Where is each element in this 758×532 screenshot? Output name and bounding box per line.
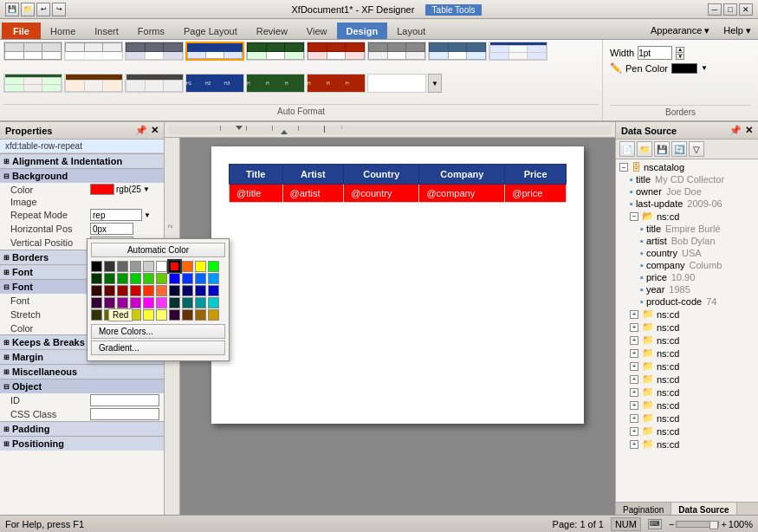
ds-save-btn[interactable]: 💾 <box>654 141 670 157</box>
color-cell-14[interactable] <box>143 273 154 284</box>
zoom-in-btn[interactable]: + <box>721 519 726 529</box>
bg-hpos-input[interactable] <box>90 223 133 235</box>
ds-node-lastupdate[interactable]: ▪ last-update 2009-06 <box>618 198 756 210</box>
tab-home[interactable]: Home <box>41 23 85 39</box>
color-cell-33[interactable] <box>130 297 141 308</box>
help-menu[interactable]: Help ▾ <box>716 23 758 39</box>
expand-cd6[interactable]: + <box>630 362 638 371</box>
color-cell-26[interactable] <box>169 285 180 296</box>
color-cell-19[interactable] <box>208 273 219 284</box>
more-colors-btn[interactable]: More Colors... <box>91 324 225 339</box>
color-cell-30[interactable] <box>91 297 102 308</box>
color-cell-18[interactable] <box>195 273 206 284</box>
color-cell-15[interactable] <box>156 273 167 284</box>
zoom-control[interactable]: − + 100% <box>669 519 753 529</box>
color-cell-20[interactable] <box>91 285 102 296</box>
close-props-icon[interactable]: ✕ <box>151 125 159 136</box>
expand-cd[interactable]: − <box>630 212 638 221</box>
expand-nscatalog[interactable]: − <box>619 163 628 172</box>
ds-node-product-code[interactable]: ▪ product-code 74 <box>618 295 756 308</box>
bg-color-dropdown[interactable]: ▼ <box>143 185 150 193</box>
toolbar-btn[interactable]: ↪ <box>52 3 66 16</box>
expand-cd5[interactable]: + <box>630 349 638 358</box>
toolbar-btn[interactable]: 💾 <box>5 3 19 16</box>
ds-open-btn[interactable]: 📁 <box>637 141 652 157</box>
window-controls[interactable]: ─ □ ✕ <box>708 3 753 16</box>
table-style-12[interactable] <box>125 74 184 93</box>
tab-design[interactable]: Design <box>337 23 388 39</box>
color-cell-25[interactable] <box>156 285 167 296</box>
toolbar-btn[interactable]: 📁 <box>21 3 35 16</box>
color-cell-21[interactable] <box>104 285 115 296</box>
table-style-6[interactable] <box>307 42 366 61</box>
color-cell-48[interactable] <box>195 309 206 321</box>
expand-cd10[interactable]: + <box>630 414 638 423</box>
table-style-1[interactable] <box>3 42 62 61</box>
zoom-out-btn[interactable]: − <box>669 519 674 529</box>
tab-review[interactable]: Review <box>247 23 297 39</box>
table-style-3[interactable] <box>125 42 184 61</box>
tab-page-layout[interactable]: Page Layout <box>174 23 247 39</box>
zoom-slider[interactable] <box>676 521 719 528</box>
tab-layout[interactable]: Layout <box>387 23 435 39</box>
gradient-btn[interactable]: Gradient... <box>91 341 225 355</box>
maximize-btn[interactable]: □ <box>723 3 737 16</box>
expand-cd11[interactable]: + <box>630 427 638 436</box>
bg-repeat-dropdown[interactable]: ▼ <box>144 211 151 219</box>
color-cell-12[interactable] <box>117 273 128 284</box>
table-style-13[interactable]: H1H2H3 <box>185 74 244 93</box>
obj-css-input[interactable] <box>90 408 159 420</box>
gallery-scroll-down[interactable]: ▼ <box>428 74 442 93</box>
pen-color-swatch[interactable] <box>671 63 697 74</box>
color-cell-3[interactable] <box>130 261 141 272</box>
close-btn[interactable]: ✕ <box>739 3 753 16</box>
ds-node-cd9[interactable]: + 📁 ns:cd <box>618 399 756 412</box>
color-cell-16[interactable] <box>169 273 180 284</box>
color-cell-7[interactable] <box>182 261 193 272</box>
color-cell-13[interactable] <box>130 273 141 284</box>
ds-node-cd12[interactable]: + 📁 ns:cd <box>618 438 756 451</box>
ds-node-cd2[interactable]: + 📁 ns:cd <box>618 308 756 321</box>
section-misc[interactable]: ⊞ Miscellaneous <box>0 364 164 379</box>
pin-ds-icon[interactable]: 📌 <box>729 125 742 136</box>
ds-node-price[interactable]: ▪ price 10.90 <box>618 271 756 283</box>
ds-node-cd5[interactable]: + 📁 ns:cd <box>618 347 756 360</box>
color-cell-2[interactable] <box>117 261 128 272</box>
ds-node-year[interactable]: ▪ year 1985 <box>618 283 756 295</box>
color-cell-6[interactable] <box>169 261 180 272</box>
color-cell-0[interactable] <box>91 261 102 272</box>
expand-cd8[interactable]: + <box>630 388 638 397</box>
color-cell-11[interactable] <box>104 273 115 284</box>
color-cell-27[interactable] <box>182 285 193 296</box>
ds-node-cd10[interactable]: + 📁 ns:cd <box>618 412 756 425</box>
expand-cd7[interactable]: + <box>630 375 638 384</box>
ds-node-cd4[interactable]: + 📁 ns:cd <box>618 334 756 347</box>
color-cell-35[interactable] <box>156 297 167 308</box>
close-ds-icon[interactable]: ✕ <box>745 125 753 136</box>
color-cell-32[interactable] <box>117 297 128 308</box>
width-spinner[interactable]: ▲ ▼ <box>676 47 684 60</box>
bg-repeat-input[interactable] <box>90 209 142 221</box>
color-cell-23[interactable] <box>130 285 141 296</box>
tab-forms[interactable]: Forms <box>128 23 174 39</box>
color-cell-40[interactable] <box>91 309 102 321</box>
ds-node-title1[interactable]: ▪ title My CD Collector <box>618 173 756 185</box>
appearance-menu[interactable]: Appearance ▾ <box>644 23 716 39</box>
section-alignment[interactable]: ⊞ Alignment & Indentation <box>0 153 164 168</box>
ds-node-company[interactable]: ▪ company Columb <box>618 259 756 271</box>
pen-color-dropdown[interactable]: ▼ <box>701 64 708 72</box>
expand-cd12[interactable]: + <box>630 440 638 449</box>
section-padding[interactable]: ⊞ Padding <box>0 421 164 436</box>
table-style-8[interactable] <box>428 42 487 61</box>
ds-node-cd3[interactable]: + 📁 ns:cd <box>618 321 756 334</box>
ds-node-nscatalog[interactable]: − 🗄 nscatalog <box>618 161 756 173</box>
color-cell-1[interactable] <box>104 261 115 272</box>
table-style-9[interactable] <box>489 42 547 61</box>
ds-filter-btn[interactable]: ▽ <box>689 141 704 157</box>
ds-node-country[interactable]: ▪ country USA <box>618 247 756 259</box>
ds-node-cd[interactable]: − 📂 ns:cd <box>618 210 756 223</box>
toolbar-btn[interactable]: ↩ <box>36 3 50 16</box>
section-positioning[interactable]: ⊞ Positioning <box>0 436 164 451</box>
tab-file[interactable]: File <box>2 23 41 39</box>
color-cell-37[interactable] <box>182 297 193 308</box>
